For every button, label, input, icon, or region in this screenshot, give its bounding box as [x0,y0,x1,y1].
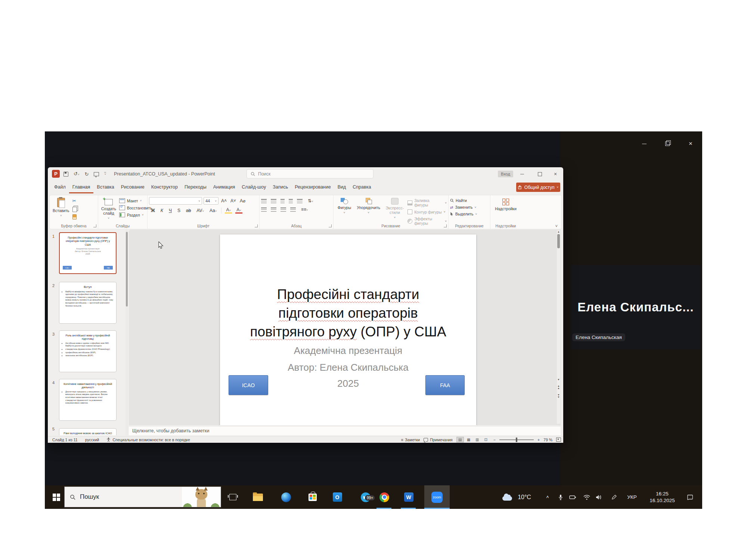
cut-icon[interactable]: ✂ [72,198,77,203]
customize-qat-icon[interactable]: ˅ [104,172,106,176]
dialog-launcher-icon[interactable] [329,224,332,227]
redo-icon[interactable]: ↻ [85,172,89,177]
tab-draw[interactable]: Рисование [118,181,148,193]
zoom-in-button[interactable]: + [537,438,540,442]
wifi-tray-button[interactable] [582,485,592,509]
fit-to-window-icon[interactable] [556,438,561,442]
zoom-slider[interactable] [499,439,534,440]
telegram-button[interactable]: 99+ [359,485,372,509]
language-indicator[interactable]: русский [85,438,99,442]
paste-button[interactable]: Вставить ˅ [51,197,71,223]
hidden-icons-chevron[interactable]: ˄ [543,485,552,509]
slide-sorter-view-button[interactable]: ▦ [465,437,472,442]
change-case-button[interactable]: Aa˅ [208,208,218,213]
slide-thumbnail-2[interactable]: Вступ Майбутні авіафахівці повинні бути … [59,282,117,324]
shape-fill-button[interactable]: Заливка фигуры˅ [407,198,447,207]
tab-animations[interactable]: Анимация [210,181,239,193]
ppt-minimize-button[interactable] [516,167,528,181]
slide-thumbnail-4[interactable]: Когнітивне навантаження у професійній ді… [59,379,117,421]
dialog-launcher-icon[interactable] [93,224,96,227]
slide-title[interactable]: Професійні стандарти підготовки оператор… [227,285,469,341]
strikethrough-button[interactable]: ab [185,208,192,213]
slide-subtitle[interactable]: Академічна презентація [220,345,476,357]
tab-file[interactable]: Файл [51,181,69,193]
text-shadow-button[interactable]: S [176,208,182,213]
comments-toggle[interactable]: Примечания [424,438,453,442]
justify-icon[interactable] [290,208,296,212]
tab-insert[interactable]: Вставка [93,181,117,193]
align-left-icon[interactable] [261,208,267,212]
shrink-font-icon[interactable]: А˅ [229,198,237,203]
sign-in-button[interactable]: Вход [498,171,513,177]
accessibility-status[interactable]: Специальные возможности: все в порядке [106,438,190,442]
tab-home[interactable]: Главная [69,181,94,193]
font-size-combo[interactable]: 44˅ [204,197,218,205]
previous-slide-button[interactable]: ▲▲ [557,385,560,389]
save-icon[interactable] [63,172,68,177]
slide-thumbnail-3[interactable]: Роль англійської мови у професійній підг… [59,330,117,372]
character-spacing-button[interactable]: AV˅ [195,208,205,213]
scroll-up-icon[interactable]: ▲ [557,230,560,233]
action-center-button[interactable] [684,485,695,509]
copy-icon[interactable] [72,207,77,212]
chrome-button[interactable] [378,485,391,509]
shape-outline-button[interactable]: Контур фигуры˅ [407,209,447,214]
slide-button-faa[interactable]: FAA [425,375,465,395]
arrange-button[interactable]: Упорядочить ˅ [355,197,382,223]
microphone-tray-button[interactable] [556,485,565,509]
edge-button[interactable] [280,485,292,509]
zoom-slider-thumb[interactable] [516,438,517,442]
task-view-button[interactable] [226,485,239,509]
search-input[interactable]: Поиск [247,169,374,178]
start-slideshow-icon[interactable] [94,172,99,176]
select-button[interactable]: Выделить˅ [450,212,477,216]
file-explorer-button[interactable] [251,485,264,509]
thumbnail-scrollbar[interactable] [125,230,128,435]
tab-review[interactable]: Рецензирование [291,181,334,193]
tab-transitions[interactable]: Переходы [181,181,210,193]
layout-button[interactable]: Макет˅ [119,198,152,203]
slide-thumbnail-5[interactable]: Рівні володіння мовою за шкалою ICAO [59,428,117,435]
collapse-ribbon-icon[interactable]: ˅ [555,224,558,228]
outer-restore-button[interactable] [661,137,674,150]
zoom-out-button[interactable]: − [493,438,496,442]
find-button[interactable]: Найти [450,198,477,203]
battery-tray-button[interactable] [567,485,578,509]
text-direction-icon[interactable]: ⇅˅ [307,198,314,203]
notes-pane[interactable]: Щелкните, чтобы добавить заметки [129,426,561,435]
tab-view[interactable]: Вид [334,181,350,193]
increase-indent-icon[interactable] [289,199,293,203]
align-center-icon[interactable] [271,208,276,212]
italic-button[interactable]: К [159,208,164,213]
replace-button[interactable]: ⇄Заменить˅ [450,205,477,209]
slide-thumbnail-1[interactable]: Професійні стандарти підготовки оператор… [59,232,117,274]
zoom-app-button[interactable]: zoom [424,485,450,509]
outlook-button[interactable]: O [331,485,344,509]
addins-button[interactable]: Надстройки [493,197,518,223]
clear-formatting-icon[interactable]: А⌀ [239,198,247,203]
zoom-level[interactable]: 79 % [543,438,552,442]
grow-font-icon[interactable]: А˄ [220,198,228,203]
weather-button[interactable] [501,485,513,509]
shapes-button[interactable]: Фигуры ˅ [335,197,354,223]
align-right-icon[interactable] [280,208,286,212]
volume-tray-button[interactable] [593,485,604,509]
highlight-color-button[interactable]: А˅ [225,207,232,214]
sc rollbar-thumb[interactable] [126,232,128,307]
ppt-close-button[interactable]: × [549,167,561,181]
tab-help[interactable]: Справка [349,181,374,193]
tab-record[interactable]: Запись [269,181,291,193]
tab-design[interactable]: Конструктор [148,181,181,193]
outer-close-button[interactable]: × [684,137,697,150]
section-button[interactable]: Раздел˅ [119,212,152,217]
scroll-down-icon[interactable]: ▼ [557,378,560,381]
slide-author[interactable]: Автор: Елена Скипальська [220,362,476,373]
underline-button[interactable]: Ч [168,208,173,213]
keyboard-language-button[interactable]: УКР [624,485,639,509]
slide-canvas[interactable]: Професійні стандарти підготовки оператор… [220,234,476,425]
slide-button-icao[interactable]: ICAO [229,375,268,395]
font-name-combo[interactable]: ˅ [149,197,202,205]
normal-view-button[interactable]: ▤ [456,437,464,442]
share-button[interactable]: Общий доступ ˅ [516,183,560,192]
taskbar-search-input[interactable]: Пошук [64,486,221,507]
